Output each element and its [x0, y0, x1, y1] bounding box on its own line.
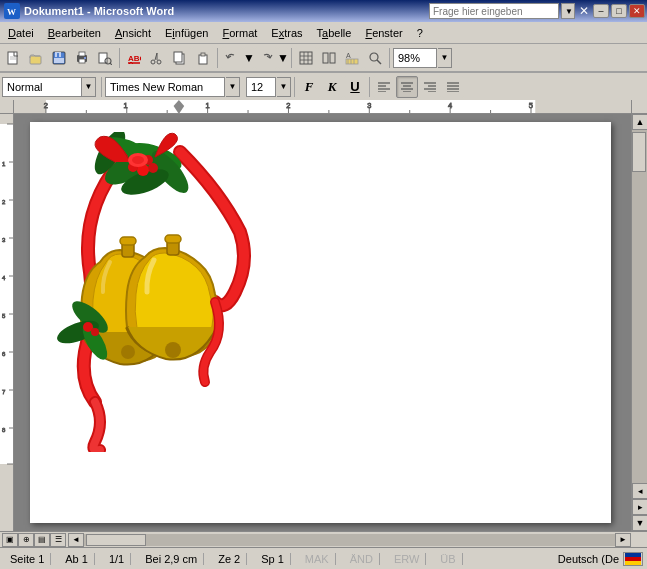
zoom-dropdown[interactable]: ▼ [438, 48, 452, 68]
normal-view-btn[interactable]: ▣ [2, 533, 18, 547]
scrollbar-horizontal[interactable]: ▣ ⊕ ▤ ☰ ◄ ► [0, 531, 647, 547]
align-right-button[interactable] [419, 76, 441, 98]
copy-button[interactable] [169, 47, 191, 69]
menu-extras[interactable]: Extras [265, 25, 308, 41]
svg-point-113 [132, 156, 144, 164]
minimize-button[interactable]: – [593, 4, 609, 18]
status-language-area: Deutsch (De [558, 552, 643, 566]
menu-help[interactable]: ? [411, 25, 429, 41]
status-section: Ab 1 [59, 553, 95, 565]
sep2 [217, 48, 218, 68]
size-dropdown[interactable]: ▼ [277, 77, 291, 97]
undo-button[interactable] [221, 47, 243, 69]
scroll-track-v[interactable] [632, 130, 647, 483]
cut-button[interactable] [146, 47, 168, 69]
columns-button[interactable] [318, 47, 340, 69]
scroll-down-button[interactable]: ▼ [632, 515, 647, 531]
style-box[interactable]: Normal [2, 77, 82, 97]
svg-point-119 [165, 342, 181, 358]
svg-rect-32 [323, 53, 328, 63]
search-area: ▼ ✕ [429, 3, 589, 19]
scroll-track-h[interactable] [84, 534, 615, 546]
web-view-btn[interactable]: ⊕ [18, 533, 34, 547]
undo-dropdown[interactable]: ▼ [244, 47, 254, 69]
view-buttons: ▣ ⊕ ▤ ☰ [2, 533, 66, 547]
zoom-value: 98% [398, 52, 420, 64]
search-close-icon[interactable]: ✕ [579, 4, 589, 18]
menu-datei[interactable]: Datei [2, 25, 40, 41]
search-dropdown-btn[interactable]: ▼ [561, 3, 575, 19]
redo-dropdown[interactable]: ▼ [278, 47, 288, 69]
printpreview-button[interactable] [94, 47, 116, 69]
menu-format[interactable]: Format [216, 25, 263, 41]
style-area: Normal ▼ [2, 77, 96, 97]
font-dropdown[interactable]: ▼ [226, 77, 240, 97]
sep5 [101, 77, 102, 97]
h-ruler: 2 1 1 2 3 4 5 [14, 100, 631, 114]
search-input[interactable] [429, 3, 559, 19]
scroll-next-button[interactable]: ▸ [632, 499, 647, 515]
svg-rect-24 [174, 52, 182, 62]
save-button[interactable] [48, 47, 70, 69]
svg-text:W: W [7, 7, 16, 17]
scroll-thumb-v[interactable] [632, 132, 646, 172]
main-area: 2 1 1 2 3 4 5 [0, 100, 647, 547]
status-location: Bei 2,9 cm [139, 553, 204, 565]
font-box[interactable]: Times New Roman [105, 77, 225, 97]
outline-view-btn[interactable]: ☰ [50, 533, 66, 547]
font-size: 12 [251, 81, 263, 93]
language-icon[interactable] [623, 552, 643, 566]
toolbar-formatting: Normal ▼ Times New Roman ▼ 12 ▼ F K U [0, 72, 647, 100]
bold-button[interactable]: F [298, 76, 320, 98]
justify-button[interactable] [442, 76, 464, 98]
sep3 [291, 48, 292, 68]
spell-button[interactable]: ABC [123, 47, 145, 69]
app-icon: W [4, 3, 20, 19]
paste-button[interactable] [192, 47, 214, 69]
menu-ansicht[interactable]: Ansicht [109, 25, 157, 41]
new-button[interactable] [2, 47, 24, 69]
close-button[interactable]: ✕ [629, 4, 645, 18]
size-box[interactable]: 12 [246, 77, 276, 97]
underline-button[interactable]: U [344, 76, 366, 98]
align-center-button[interactable] [396, 76, 418, 98]
menu-einfuegen[interactable]: Einfügen [159, 25, 214, 41]
svg-text:3: 3 [367, 101, 371, 110]
svg-rect-14 [99, 53, 107, 63]
svg-point-124 [91, 328, 99, 336]
menu-tabelle[interactable]: Tabelle [311, 25, 358, 41]
align-left-button[interactable] [373, 76, 395, 98]
title-bar: W Dokument1 - Microsoft Word ▼ ✕ – □ ✕ [0, 0, 647, 22]
table-button[interactable] [295, 47, 317, 69]
document-area[interactable] [14, 114, 631, 531]
menu-fenster[interactable]: Fenster [359, 25, 408, 41]
scroll-up-button[interactable]: ▲ [632, 114, 647, 130]
status-language: Deutsch (De [558, 553, 619, 565]
svg-text:ABC: ABC [128, 54, 141, 63]
scroll-prev-button[interactable]: ◂ [632, 483, 647, 499]
svg-text:4: 4 [448, 101, 452, 110]
toolbar-standard: ABC ▼ ▼ A 98% ▼ [0, 44, 647, 72]
svg-text:A: A [346, 52, 351, 59]
svg-point-20 [157, 60, 161, 64]
italic-button[interactable]: K [321, 76, 343, 98]
style-dropdown[interactable]: ▼ [82, 77, 96, 97]
open-button[interactable] [25, 47, 47, 69]
svg-rect-11 [79, 52, 85, 56]
zoom-100-button[interactable] [364, 47, 386, 69]
svg-point-111 [148, 163, 158, 173]
svg-rect-27 [300, 52, 312, 64]
drawing-button[interactable]: A [341, 47, 363, 69]
document-page[interactable] [30, 122, 611, 523]
scroll-thumb-h[interactable] [86, 534, 146, 546]
scrollbar-vertical[interactable]: ▲ ◂ ▸ ▼ [631, 114, 647, 531]
scroll-left-button[interactable]: ◄ [68, 533, 84, 547]
scroll-right-button[interactable]: ► [615, 533, 631, 547]
maximize-button[interactable]: □ [611, 4, 627, 18]
status-macros: MAK [299, 553, 336, 565]
redo-button[interactable] [255, 47, 277, 69]
svg-rect-9 [54, 58, 64, 63]
menu-bearbeiten[interactable]: Bearbeiten [42, 25, 107, 41]
print-button[interactable] [71, 47, 93, 69]
print-view-btn[interactable]: ▤ [34, 533, 50, 547]
